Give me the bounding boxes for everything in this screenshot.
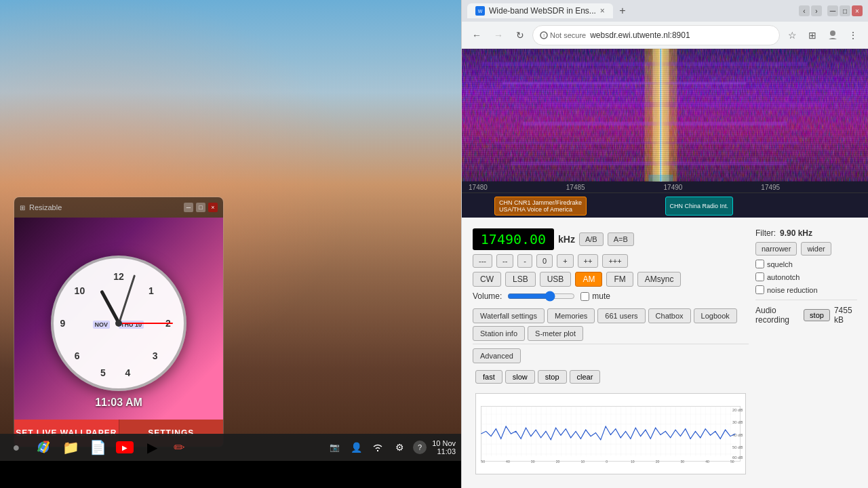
analog-clock: 12 1 2 3 4 5 6 9 10 NOV THU 10	[51, 256, 186, 391]
paint-icon[interactable]: ✏	[168, 436, 190, 458]
autonotch-row: autonotch	[755, 272, 857, 281]
clear-btn[interactable]: clear	[570, 370, 601, 384]
station-chn-cnr1[interactable]: CHN CNR1 Jammer/FiredrakeUSA/THA Voice o…	[494, 197, 587, 216]
circle-taskbar-icon[interactable]: ●	[5, 436, 27, 458]
wider-btn[interactable]: wider	[801, 242, 831, 256]
playback-buttons: fast slow stop clear	[473, 367, 749, 386]
svg-text:40 dB: 40 dB	[732, 433, 743, 437]
settings-tray-icon[interactable]: ⚙	[391, 439, 408, 455]
window-controls[interactable]: ─ □ ×	[184, 203, 218, 212]
noise-reduction-label: noise reduction	[767, 286, 818, 294]
bookmark-btn[interactable]: ☆	[783, 26, 802, 45]
youtube-icon[interactable]: ▶	[114, 436, 136, 458]
svg-text:50 dB: 50 dB	[732, 445, 743, 449]
sdr-main-controls: 17490.00 kHz A/B A=B --- -- - 0 + ++ +++	[469, 224, 861, 481]
waterfall-settings-tab[interactable]: Waterfall settings	[473, 308, 545, 323]
svg-text:20 dB: 20 dB	[732, 408, 743, 412]
mute-checkbox[interactable]	[580, 292, 589, 301]
clock-4: 4	[125, 367, 131, 378]
station-info-tab[interactable]: Station info	[473, 326, 525, 341]
frequency-display[interactable]: 17490.00	[473, 228, 554, 250]
scroll-right-btn[interactable]: ›	[811, 5, 822, 16]
waterfall-overlay	[462, 49, 868, 182]
browser-titlebar: W Wide-band WebSDR in Ens... × + ‹ › ─ □…	[462, 0, 868, 22]
clock-center	[115, 320, 122, 327]
files-icon[interactable]: 📁	[60, 436, 81, 458]
user-tray-icon[interactable]: 👤	[348, 439, 364, 455]
tune-plus[interactable]: +	[557, 254, 573, 268]
svg-text:30: 30	[531, 460, 535, 464]
memories-tab[interactable]: Memories	[547, 308, 595, 323]
titlebar-controls: ‹ ›	[799, 5, 822, 16]
extensions-btn[interactable]: ⊞	[803, 26, 822, 45]
ab-button[interactable]: A/B	[579, 232, 604, 246]
svg-text:50: 50	[481, 460, 485, 464]
mute-label[interactable]: mute	[580, 291, 610, 301]
camera-tray-icon[interactable]: 📷	[326, 439, 342, 455]
forward-btn[interactable]: →	[489, 26, 508, 45]
clock-10: 10	[75, 285, 85, 296]
clock-widget: ⊞ Resizable ─ □ × ✓ 12 1	[14, 197, 224, 447]
filter-label: Filter:	[755, 228, 776, 238]
docs-icon[interactable]: 📄	[87, 436, 108, 458]
mode-lsb[interactable]: LSB	[505, 272, 536, 287]
svg-text:W: W	[478, 9, 483, 14]
back-btn[interactable]: ←	[467, 26, 486, 45]
close-btn[interactable]: ×	[208, 203, 218, 212]
separator-1	[755, 300, 857, 300]
tab-close-btn[interactable]: ×	[600, 6, 605, 16]
wifi-tray-icon[interactable]	[370, 439, 386, 455]
clock-1: 1	[149, 285, 154, 296]
sdr-left-panel: 17490.00 kHz A/B A=B --- -- - 0 + ++ +++	[473, 228, 749, 477]
mode-fm[interactable]: FM	[606, 272, 633, 287]
active-tab[interactable]: W Wide-band WebSDR in Ens... ×	[467, 3, 613, 18]
logbook-tab[interactable]: Logbook	[694, 308, 737, 323]
noise-reduction-checkbox[interactable]	[755, 285, 764, 294]
tune-double-minus[interactable]: --	[496, 254, 513, 268]
advanced-button[interactable]: Advanced	[473, 348, 521, 363]
profile-btn[interactable]	[823, 26, 842, 45]
refresh-btn[interactable]: ↻	[511, 26, 530, 45]
chatbox-tab[interactable]: Chatbox	[648, 308, 691, 323]
fast-btn[interactable]: fast	[475, 370, 502, 384]
narrower-btn[interactable]: narrower	[755, 242, 797, 256]
scroll-left-btn[interactable]: ‹	[799, 5, 810, 16]
stop-btn[interactable]: stop	[538, 370, 567, 384]
tune-triple-plus[interactable]: +++	[602, 254, 627, 268]
new-tab-button[interactable]: +	[614, 3, 631, 19]
more-btn[interactable]: ⋮	[844, 26, 863, 45]
mode-usb[interactable]: USB	[540, 272, 572, 287]
tune-zero[interactable]: 0	[536, 254, 553, 268]
play-store-icon[interactable]: ▶	[141, 436, 163, 458]
help-tray-icon[interactable]: ?	[413, 441, 427, 454]
minimize-browser-btn[interactable]: ─	[827, 5, 838, 16]
mode-cw[interactable]: CW	[473, 272, 501, 287]
svg-text:60 dB: 60 dB	[732, 455, 743, 460]
address-bar[interactable]: ! Not secure websdr.ewi.utwente.nl:8901	[532, 25, 780, 45]
tune-double-plus[interactable]: ++	[578, 254, 599, 268]
smeter-plot-tab[interactable]: S-meter plot	[528, 326, 583, 341]
minimize-btn[interactable]: ─	[184, 203, 193, 212]
clock-5: 5	[100, 367, 106, 378]
autonotch-checkbox[interactable]	[755, 272, 764, 281]
waterfall-display[interactable]	[462, 49, 868, 182]
users-tab[interactable]: 661 users	[597, 308, 645, 323]
frequency-row: 17490.00 kHz A/B A=B	[473, 228, 749, 250]
slow-btn[interactable]: slow	[505, 370, 535, 384]
restore-browser-btn[interactable]: □	[840, 5, 850, 16]
tune-triple-minus[interactable]: ---	[473, 254, 492, 268]
aeqb-button[interactable]: A=B	[608, 232, 634, 246]
squelch-checkbox[interactable]	[755, 260, 764, 268]
tune-minus[interactable]: -	[517, 254, 532, 268]
close-browser-btn[interactable]: ×	[852, 5, 863, 16]
recording-stop-btn[interactable]: stop	[804, 309, 830, 321]
tab-title: Wide-band WebSDR in Ens...	[489, 6, 596, 16]
volume-slider[interactable]	[507, 291, 575, 302]
chrome-icon[interactable]	[33, 436, 54, 458]
station-china-radio[interactable]: CHN China Radio Int.	[665, 197, 734, 216]
mode-am[interactable]: AM	[575, 272, 602, 287]
window-controls: ─ □ ×	[827, 5, 863, 16]
clock-minute-hand	[118, 274, 136, 323]
mode-amsync[interactable]: AMsync	[637, 272, 682, 287]
restore-btn[interactable]: □	[196, 203, 205, 212]
